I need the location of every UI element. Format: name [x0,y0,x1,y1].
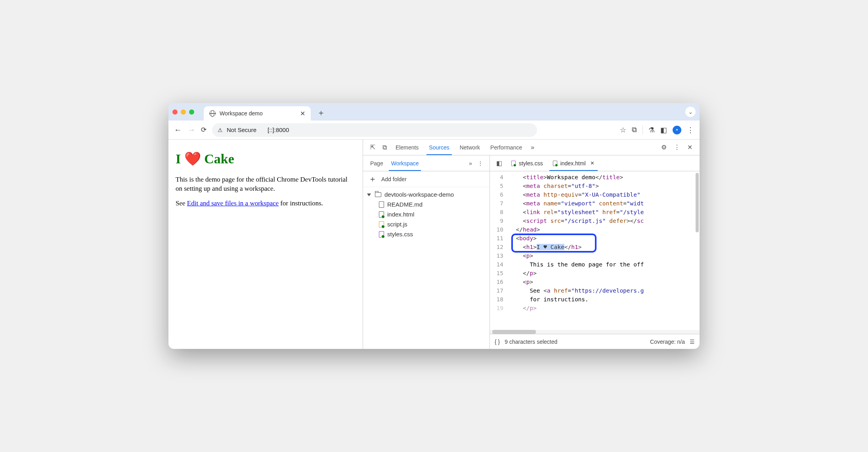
omnibox[interactable]: ⚠ Not Secure [::]:8000 [212,123,537,137]
devtools-tabs: ⇱ ⧉ Elements Sources Network Performance… [363,140,700,155]
file-row-script[interactable]: script.js [363,219,489,229]
page-heading: I ❤️ Cake [176,151,356,167]
editor-status-bar: { } 9 characters selected Coverage: n/a … [490,334,700,349]
close-devtools-icon[interactable]: ✕ [684,140,696,155]
editor-tab-styles[interactable]: styles.css [507,155,547,171]
device-toggle-icon[interactable]: ⧉ [379,140,390,155]
file-icon [553,161,557,166]
tab-sources[interactable]: Sources [424,140,454,155]
vertical-scrollbar[interactable] [696,173,699,232]
settings-icon[interactable]: ⚙ [658,140,670,155]
add-folder-label: Add folder [381,176,407,182]
file-icon [379,211,384,218]
selection-status: 9 characters selected [505,339,557,345]
forward-button[interactable]: → [187,125,195,134]
folder-row[interactable]: devtools-workspace-demo [363,190,489,199]
browser-tab[interactable]: Workspace demo ✕ [204,106,311,121]
file-row-readme[interactable]: README.md [363,199,489,209]
more-tabs-icon[interactable]: » [528,140,537,155]
format-icon[interactable]: { } [495,339,500,345]
close-window-button[interactable] [172,109,178,115]
coverage-status: Coverage: n/a [650,339,685,345]
bookmark-icon[interactable]: ☆ [620,126,626,134]
devtools-body: Page Workspace » ⋮ ＋ Add folder [363,155,700,349]
warning-icon: ⚠ [218,127,223,133]
code-area[interactable]: 4 <title>Workspace demo</title> 5 <meta … [490,171,700,330]
tabs-dropdown-button[interactable]: ⌄ [685,107,696,117]
add-folder-button[interactable]: ＋ Add folder [363,171,489,187]
plus-icon: ＋ [369,174,377,184]
close-tab-icon[interactable]: ✕ [300,110,305,117]
divider [642,126,643,134]
navigator-overflow-icon[interactable]: » [469,160,472,167]
folder-name: devtools-workspace-demo [384,191,454,198]
triangle-down-icon [367,193,371,196]
browser-menu-icon[interactable]: ⋮ [687,126,694,134]
sources-navigator: Page Workspace » ⋮ ＋ Add folder [363,155,490,349]
browser-toolbar: ← → ⟳ ⚠ Not Secure [::]:8000 ☆ ⧉ ⚗ ◧ • ⋮ [168,121,700,140]
folder-icon [375,192,381,197]
file-tree: devtools-workspace-demo README.md index.… [363,187,489,241]
file-icon [379,231,384,237]
file-row-styles[interactable]: styles.css [363,229,489,239]
source-editor: ◧ styles.css index.html ✕ [490,155,700,349]
tab-performance[interactable]: Performance [486,140,527,155]
tab-elements[interactable]: Elements [391,140,423,155]
side-panel-icon[interactable]: ◧ [660,126,667,134]
tab-strip: Workspace demo ✕ ＋ ⌄ [168,103,700,121]
tab-network[interactable]: Network [455,140,485,155]
navigator-tabs: Page Workspace » ⋮ [363,155,489,171]
editor-tab-index[interactable]: index.html ✕ [549,155,598,171]
horizontal-scrollbar[interactable] [490,330,700,334]
file-row-index[interactable]: index.html [363,209,489,219]
inspect-icon[interactable]: ⇱ [367,140,379,155]
navigator-menu-icon[interactable]: ⋮ [478,160,483,167]
page-paragraph-1: This is the demo page for the official C… [176,175,356,193]
new-tab-button[interactable]: ＋ [317,107,325,118]
reload-button[interactable]: ⟳ [201,126,206,134]
devtools-panel: ⇱ ⧉ Elements Sources Network Performance… [363,140,700,349]
workspace-tutorial-link[interactable]: Edit and save files in a workspace [187,199,279,207]
navigator-tab-page[interactable]: Page [366,155,387,171]
coverage-toggle-icon[interactable]: ☰ [690,339,695,345]
file-icon [511,161,516,166]
browser-window: Workspace demo ✕ ＋ ⌄ ← → ⟳ ⚠ Not Secure … [168,103,700,349]
extensions-icon[interactable]: ⧉ [632,126,637,134]
close-editor-tab-icon[interactable]: ✕ [590,160,595,166]
content-area: I ❤️ Cake This is the demo page for the … [168,140,700,349]
devtools-menu-icon[interactable]: ⋮ [671,140,683,155]
tab-title: Workspace demo [220,110,263,117]
back-button[interactable]: ← [174,125,182,134]
globe-icon [209,110,216,117]
maximize-window-button[interactable] [189,109,194,115]
profile-avatar[interactable]: • [673,126,681,134]
rendered-page: I ❤️ Cake This is the demo page for the … [168,140,363,349]
editor-tabs: ◧ styles.css index.html ✕ [490,155,700,171]
security-label: Not Secure [227,126,256,133]
navigator-tab-workspace[interactable]: Workspace [387,155,423,171]
toggle-navigator-icon[interactable]: ◧ [493,159,505,167]
file-icon [379,201,384,208]
labs-icon[interactable]: ⚗ [648,126,655,134]
page-paragraph-2: See Edit and save files in a workspace f… [176,199,356,208]
minimize-window-button[interactable] [181,109,186,115]
file-icon [379,221,384,228]
url-text: [::]:8000 [268,126,289,133]
traffic-lights [172,109,194,115]
